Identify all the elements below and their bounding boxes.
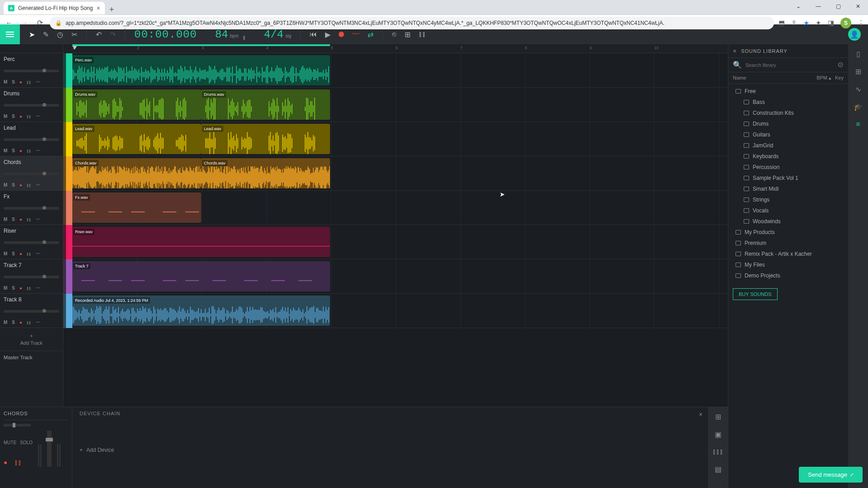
mute-button[interactable]: M bbox=[4, 251, 7, 256]
track-menu-icon[interactable]: 〰 bbox=[36, 183, 40, 188]
solo-button[interactable]: S bbox=[12, 183, 15, 188]
rail-wave-icon[interactable]: ∿ bbox=[855, 85, 861, 94]
track-menu-icon[interactable]: 〰 bbox=[36, 80, 40, 84]
mute-button[interactable]: M bbox=[4, 217, 7, 222]
track-volume-slider[interactable] bbox=[4, 70, 59, 72]
track-lane[interactable]: Recorded Audio Jul 4, 2023, 1:24:56 PM bbox=[72, 294, 728, 328]
record-button[interactable] bbox=[339, 32, 344, 37]
track-lane[interactable]: Lead.wav Lead.wav bbox=[72, 122, 728, 156]
master-track[interactable]: Master Track bbox=[0, 351, 63, 364]
chain-settings-icon[interactable]: ⫿⫿ bbox=[14, 459, 22, 467]
audio-clip[interactable]: Chords.wav bbox=[201, 158, 330, 188]
signature-display[interactable]: 4/4 sig bbox=[264, 28, 291, 41]
track-header[interactable]: Drums M S ● ⫿⫿ 〰 bbox=[0, 88, 63, 122]
column-bpm[interactable]: BPM ▴ bbox=[816, 75, 831, 81]
library-folder[interactable]: Demo Projects bbox=[728, 270, 848, 281]
pointer-tool[interactable]: ➤ bbox=[29, 30, 35, 39]
track-header[interactable]: Chords M S ● ⫿⫿ 〰 bbox=[0, 156, 63, 191]
main-menu-button[interactable] bbox=[0, 24, 20, 44]
audio-clip[interactable]: Drums.wav bbox=[72, 89, 201, 120]
track-header[interactable]: Riser M S ● ⫿⫿ 〰 bbox=[0, 225, 63, 259]
tempo-display[interactable]: 84 bpm ▲▼ bbox=[215, 28, 246, 41]
loop-region[interactable] bbox=[72, 44, 330, 46]
library-folder[interactable]: Woodwinds bbox=[728, 216, 848, 227]
automation-icon[interactable]: ⫿⫿ bbox=[27, 286, 31, 291]
column-name[interactable]: Name bbox=[733, 75, 816, 81]
track-volume-slider[interactable] bbox=[4, 207, 59, 210]
automation-icon[interactable]: ⫿⫿ bbox=[27, 80, 31, 84]
automation-icon[interactable]: ⫿⫿ bbox=[27, 114, 31, 119]
chain-fader[interactable] bbox=[4, 424, 31, 427]
metronome-button[interactable]: 〰 bbox=[352, 30, 359, 38]
track-lane[interactable]: Fx.wav bbox=[72, 191, 728, 225]
solo-button[interactable]: S bbox=[12, 217, 15, 222]
mute-button[interactable]: M bbox=[4, 114, 7, 119]
track-header[interactable]: Track 8 M S ● ⫿⫿ 〰 bbox=[0, 294, 63, 328]
buy-sounds-button[interactable]: BUY SOUNDS bbox=[733, 288, 778, 300]
loop-button[interactable]: ⇄ bbox=[368, 30, 373, 39]
search-input[interactable] bbox=[745, 62, 834, 68]
audio-clip[interactable]: Chords.wav bbox=[72, 158, 201, 188]
arm-button[interactable]: ● bbox=[19, 286, 22, 291]
track-menu-icon[interactable]: 〰 bbox=[36, 217, 40, 222]
audio-clip[interactable]: Recorded Audio Jul 4, 2023, 1:24:56 PM bbox=[72, 296, 330, 326]
mute-button[interactable]: MUTE bbox=[4, 440, 16, 445]
send-message-button[interactable]: Send message ⤢ bbox=[799, 467, 863, 483]
audio-clip[interactable]: Lead.wav bbox=[201, 124, 330, 154]
track-volume-slider[interactable] bbox=[4, 138, 59, 141]
automation-icon[interactable]: ⫿⫿ bbox=[27, 251, 31, 256]
forward-button[interactable]: → bbox=[19, 19, 30, 27]
library-folder[interactable]: Bass bbox=[728, 97, 848, 108]
close-icon[interactable]: × bbox=[699, 411, 703, 418]
automation-icon[interactable]: ⫿⫿ bbox=[27, 183, 31, 188]
maximize-button[interactable]: ▢ bbox=[828, 0, 848, 13]
solo-button[interactable]: S bbox=[12, 114, 15, 119]
rail-library-icon[interactable]: ▯ bbox=[856, 50, 860, 58]
tempo-stepper[interactable]: ▲▼ bbox=[242, 35, 246, 41]
solo-button[interactable]: SOLO bbox=[20, 440, 33, 445]
track-lane[interactable]: Riser.wav bbox=[72, 225, 728, 259]
menu-icon[interactable]: ⋮ bbox=[858, 19, 864, 27]
library-folder[interactable]: Premium bbox=[728, 238, 848, 249]
track-header[interactable]: Lead M S ● ⫿⫿ 〰 bbox=[0, 122, 63, 156]
track-header[interactable]: Perc M S ● ⫿⫿ 〰 bbox=[0, 53, 63, 88]
device-piano-icon[interactable]: ⫿⫿⫿ bbox=[712, 448, 723, 456]
automation-icon[interactable]: ⫿⫿ bbox=[27, 217, 31, 222]
arm-button[interactable]: ● bbox=[19, 148, 22, 153]
profile-button[interactable]: S bbox=[840, 18, 851, 28]
extensions-icon[interactable]: ✦ bbox=[816, 19, 821, 27]
track-volume-slider[interactable] bbox=[4, 310, 59, 313]
device-view-icon[interactable]: ⊞ bbox=[715, 413, 721, 421]
reload-button[interactable]: ⟳ bbox=[34, 19, 45, 27]
url-field[interactable]: 🔒 app.ampedstudio.com/?_gl=1*zkt20c*_ga*… bbox=[50, 17, 774, 29]
snap-button[interactable]: ⊞ bbox=[405, 30, 410, 39]
solo-button[interactable]: S bbox=[12, 80, 15, 84]
arm-button[interactable]: ● bbox=[19, 114, 22, 119]
mute-button[interactable]: M bbox=[4, 148, 7, 153]
rail-learn-icon[interactable]: 🎓 bbox=[854, 103, 863, 111]
track-menu-icon[interactable]: 〰 bbox=[36, 320, 40, 325]
library-folder[interactable]: My Products bbox=[728, 227, 848, 238]
sidepanel-icon[interactable]: ◨ bbox=[828, 19, 834, 27]
close-icon[interactable]: × bbox=[96, 5, 100, 12]
add-device-button[interactable]: + Add Device bbox=[80, 447, 701, 453]
audio-clip[interactable]: Track 7 bbox=[72, 261, 330, 291]
new-tab-button[interactable]: + bbox=[109, 5, 114, 14]
column-key[interactable]: Key bbox=[835, 75, 844, 81]
play-button[interactable]: ▶ bbox=[325, 30, 330, 39]
mute-button[interactable]: M bbox=[4, 183, 7, 188]
skip-start-button[interactable]: ⏮ bbox=[310, 30, 317, 38]
library-folder[interactable]: Strings bbox=[728, 194, 848, 205]
track-volume-slider[interactable] bbox=[4, 241, 59, 244]
mute-button[interactable]: M bbox=[4, 320, 7, 325]
timeline[interactable]: 12345678910 Perc.wav Drums.wav Drums.wav… bbox=[72, 44, 728, 407]
mute-button[interactable]: M bbox=[4, 286, 7, 291]
track-lane[interactable]: Drums.wav Drums.wav bbox=[72, 88, 728, 122]
minimize-button[interactable]: — bbox=[808, 0, 828, 13]
arm-button[interactable]: ● bbox=[19, 251, 22, 256]
device-browser-icon[interactable]: ▤ bbox=[715, 465, 722, 474]
library-folder[interactable]: Sample Pack Vol 1 bbox=[728, 173, 848, 183]
close-icon[interactable]: × bbox=[733, 47, 736, 55]
library-folder[interactable]: Guitars bbox=[728, 129, 848, 140]
library-folder[interactable]: Construction Kits bbox=[728, 108, 848, 118]
